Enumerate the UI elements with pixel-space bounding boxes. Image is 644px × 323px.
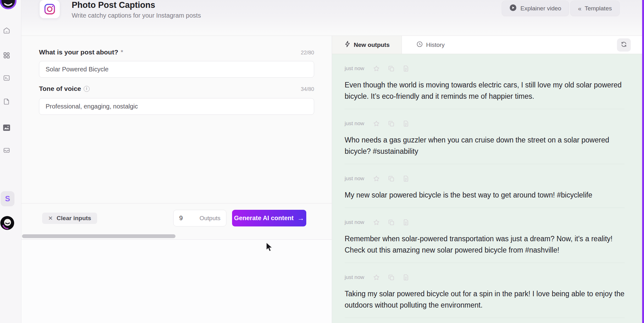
outputs-count-label: Outputs [199, 215, 220, 222]
tab-history-label: History [426, 42, 445, 48]
form-footer: ✕ Clear inputs 9 Outputs Generate AI con… [21, 203, 332, 239]
star-icon[interactable] [373, 219, 380, 226]
page-title: Photo Post Captions [72, 0, 155, 10]
tab-new-outputs[interactable]: New outputs [332, 36, 402, 54]
clear-inputs-button[interactable]: ✕ Clear inputs [42, 213, 97, 224]
info-icon[interactable]: i [84, 86, 90, 92]
tone-field-header: Tone of voice i 34/80 [39, 85, 314, 92]
output-timestamp: just now [345, 65, 364, 72]
explainer-video-button[interactable]: Explainer video [502, 1, 569, 16]
star-icon[interactable] [373, 120, 380, 127]
about-input[interactable] [39, 61, 314, 78]
play-icon [509, 4, 517, 13]
about-char-counter: 22/80 [301, 50, 314, 56]
tone-char-counter: 34/80 [301, 86, 314, 92]
clock-icon [417, 41, 423, 49]
templates-button[interactable]: « Templates [570, 1, 620, 16]
collapse-chevrons-icon: « [578, 5, 581, 12]
copy-icon[interactable] [388, 219, 394, 226]
image-icon[interactable] [3, 124, 11, 132]
inbox-icon[interactable] [3, 146, 11, 154]
generate-ai-content-button[interactable]: Generate AI content → [232, 210, 306, 226]
workspace-badge[interactable]: S [1, 191, 14, 206]
home-icon[interactable] [3, 26, 11, 35]
copy-icon[interactable] [388, 120, 394, 127]
output-card: just now Remember when solar-powered tra [345, 208, 625, 263]
form-pane: What is your post about? * 22/80 Tone of… [21, 36, 332, 323]
lower-empty-area [21, 239, 332, 323]
copy-icon[interactable] [388, 175, 394, 182]
output-caption-text: Taking my solar powered bicycle out for … [345, 288, 625, 311]
outputs-list: just now Even though the world is moving [332, 54, 642, 323]
output-timestamp: just now [345, 219, 364, 226]
clear-inputs-label: Clear inputs [57, 215, 91, 222]
output-caption-text: Who needs a gas guzzler when you can cru… [345, 134, 625, 157]
outputs-count-field[interactable]: 9 Outputs [173, 210, 226, 226]
page-subtitle: Write catchy captions for your Instagram… [72, 12, 201, 19]
refresh-button[interactable] [617, 38, 631, 52]
app-logo-icon[interactable] [0, 0, 17, 11]
copy-icon[interactable] [388, 274, 394, 281]
output-timestamp: just now [345, 175, 364, 182]
file-icon[interactable] [403, 65, 409, 72]
outputs-tabbar: New outputs History [332, 36, 642, 54]
refresh-icon [621, 41, 627, 49]
tone-label: Tone of voice i [39, 85, 90, 92]
generate-label: Generate AI content [234, 214, 293, 222]
output-card-meta: just now [345, 120, 625, 127]
about-label: What is your post about? * [39, 48, 123, 56]
output-timestamp: just now [345, 120, 364, 127]
file-icon[interactable] [403, 120, 409, 127]
output-card: just now Taking my solar powered bicycle [345, 263, 625, 318]
output-card-meta: just now [345, 219, 625, 226]
star-icon[interactable] [373, 175, 380, 182]
tab-history[interactable]: History [417, 36, 445, 54]
file-icon[interactable] [403, 175, 409, 182]
page-header: Photo Post Captions Write catchy caption… [21, 0, 642, 36]
output-caption-text: My new solar powered bicycle is the best… [345, 189, 625, 201]
tone-input[interactable] [39, 98, 314, 115]
file-icon[interactable] [403, 219, 409, 226]
clear-x-icon: ✕ [48, 215, 53, 222]
star-icon[interactable] [373, 274, 380, 281]
required-asterisk: * [121, 49, 123, 56]
mouse-cursor [265, 242, 275, 254]
document-icon[interactable] [3, 97, 11, 106]
user-avatar[interactable] [0, 216, 14, 231]
output-card-meta: just now [345, 65, 625, 72]
about-field-header: What is your post about? * 22/80 [39, 48, 314, 56]
output-timestamp: just now [345, 274, 364, 281]
instagram-icon [40, 0, 60, 18]
tab-new-outputs-label: New outputs [354, 42, 390, 48]
window-edge-strip [642, 0, 644, 323]
outputs-pane: New outputs History [332, 36, 642, 323]
terminal-icon[interactable] [3, 74, 11, 82]
arrow-right-icon: → [297, 214, 304, 222]
output-caption-text: Remember when solar-powered transportati… [345, 233, 625, 256]
templates-label: Templates [585, 5, 612, 12]
explainer-video-label: Explainer video [520, 5, 561, 12]
output-card-meta: just now [345, 175, 625, 182]
horizontal-scrollbar-thumb[interactable] [22, 234, 175, 238]
copy-icon[interactable] [388, 65, 394, 72]
file-icon[interactable] [403, 274, 409, 281]
output-card-meta: just now [345, 274, 625, 281]
sidebar: S [0, 0, 21, 323]
apps-grid-icon[interactable] [3, 51, 11, 59]
main-area: Photo Post Captions Write catchy caption… [21, 0, 642, 323]
output-caption-text: Even though the world is moving towards … [345, 79, 625, 102]
outputs-count-value[interactable]: 9 [179, 214, 183, 222]
output-card: just now My new solar powered bicycle is [345, 164, 625, 208]
star-icon[interactable] [373, 65, 380, 72]
lightning-icon [345, 41, 350, 49]
output-card: just now Even though the world is moving [345, 54, 625, 109]
output-card: just now Who needs a gas guzzler when yo [345, 109, 625, 164]
